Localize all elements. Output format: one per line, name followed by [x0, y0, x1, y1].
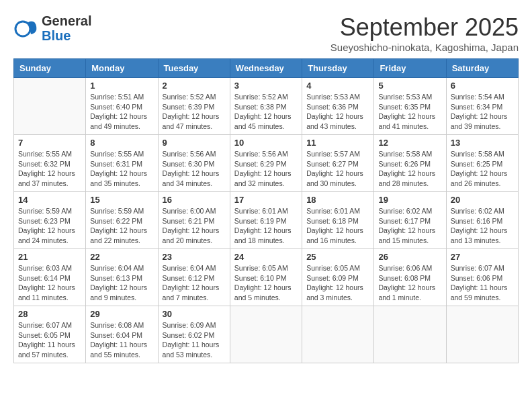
day-info: Sunrise: 6:05 AM Sunset: 6:10 PM Dayligh… — [234, 263, 298, 303]
calendar-cell: 27 Sunrise: 6:07 AM Sunset: 6:06 PM Dayl… — [446, 249, 518, 306]
day-number: 14 — [18, 195, 81, 205]
calendar-cell: 17 Sunrise: 6:01 AM Sunset: 6:19 PM Dayl… — [230, 192, 302, 249]
calendar-cell: 19 Sunrise: 6:02 AM Sunset: 6:17 PM Dayl… — [374, 192, 446, 249]
page-header: General Blue September 2025 Sueyoshicho-… — [13, 13, 519, 53]
calendar-table: SundayMondayTuesdayWednesdayThursdayFrid… — [13, 58, 519, 363]
month-title: September 2025 — [330, 13, 519, 42]
calendar-cell: 3 Sunrise: 5:52 AM Sunset: 6:38 PM Dayli… — [230, 78, 302, 135]
day-number: 19 — [378, 195, 441, 205]
calendar-cell: 20 Sunrise: 6:02 AM Sunset: 6:16 PM Dayl… — [446, 192, 518, 249]
calendar-cell: 14 Sunrise: 5:59 AM Sunset: 6:23 PM Dayl… — [14, 192, 86, 249]
day-number: 29 — [90, 309, 153, 319]
svg-point-0 — [15, 21, 30, 36]
weekday-header-row: SundayMondayTuesdayWednesdayThursdayFrid… — [14, 59, 519, 78]
day-info: Sunrise: 5:54 AM Sunset: 6:34 PM Dayligh… — [451, 92, 514, 132]
day-number: 7 — [18, 138, 81, 148]
calendar-cell: 10 Sunrise: 5:56 AM Sunset: 6:29 PM Dayl… — [230, 135, 302, 192]
day-number: 22 — [90, 252, 153, 262]
weekday-monday: Monday — [86, 59, 158, 78]
day-number: 20 — [451, 195, 514, 205]
day-number: 3 — [234, 81, 298, 91]
day-number: 15 — [90, 195, 153, 205]
day-number: 1 — [90, 81, 153, 91]
calendar-cell: 24 Sunrise: 6:05 AM Sunset: 6:10 PM Dayl… — [230, 249, 302, 306]
day-info: Sunrise: 5:52 AM Sunset: 6:38 PM Dayligh… — [234, 92, 298, 132]
calendar-cell: 11 Sunrise: 5:57 AM Sunset: 6:27 PM Dayl… — [302, 135, 374, 192]
weekday-thursday: Thursday — [302, 59, 374, 78]
weekday-friday: Friday — [374, 59, 446, 78]
logo-general: General — [42, 13, 91, 28]
calendar-cell: 9 Sunrise: 5:56 AM Sunset: 6:30 PM Dayli… — [158, 135, 230, 192]
calendar-cell: 26 Sunrise: 6:06 AM Sunset: 6:08 PM Dayl… — [374, 249, 446, 306]
day-number: 6 — [451, 81, 514, 91]
calendar-week-2: 7 Sunrise: 5:55 AM Sunset: 6:32 PM Dayli… — [14, 135, 519, 192]
calendar-cell: 18 Sunrise: 6:01 AM Sunset: 6:18 PM Dayl… — [302, 192, 374, 249]
day-number: 18 — [306, 195, 369, 205]
calendar-cell: 23 Sunrise: 6:04 AM Sunset: 6:12 PM Dayl… — [158, 249, 230, 306]
logo: General Blue — [13, 13, 91, 43]
day-info: Sunrise: 5:58 AM Sunset: 6:26 PM Dayligh… — [378, 149, 441, 189]
weekday-wednesday: Wednesday — [230, 59, 302, 78]
day-number: 27 — [451, 252, 514, 262]
day-info: Sunrise: 5:52 AM Sunset: 6:39 PM Dayligh… — [163, 92, 226, 132]
calendar-cell: 15 Sunrise: 5:59 AM Sunset: 6:22 PM Dayl… — [86, 192, 158, 249]
day-number: 26 — [378, 252, 441, 262]
day-info: Sunrise: 6:08 AM Sunset: 6:04 PM Dayligh… — [90, 320, 153, 360]
calendar-cell: 22 Sunrise: 6:04 AM Sunset: 6:13 PM Dayl… — [86, 249, 158, 306]
day-number: 17 — [234, 195, 298, 205]
calendar-cell: 5 Sunrise: 5:53 AM Sunset: 6:35 PM Dayli… — [374, 78, 446, 135]
weekday-sunday: Sunday — [14, 59, 86, 78]
day-number: 25 — [306, 252, 369, 262]
day-info: Sunrise: 6:01 AM Sunset: 6:19 PM Dayligh… — [234, 206, 298, 246]
calendar-cell: 30 Sunrise: 6:09 AM Sunset: 6:02 PM Dayl… — [158, 306, 230, 363]
calendar-cell — [374, 306, 446, 363]
day-number: 21 — [18, 252, 81, 262]
calendar-cell — [302, 306, 374, 363]
calendar-cell — [14, 78, 86, 135]
calendar-cell — [230, 306, 302, 363]
day-info: Sunrise: 5:53 AM Sunset: 6:36 PM Dayligh… — [306, 92, 369, 132]
day-info: Sunrise: 5:51 AM Sunset: 6:40 PM Dayligh… — [90, 92, 153, 132]
day-info: Sunrise: 6:04 AM Sunset: 6:13 PM Dayligh… — [90, 263, 153, 303]
day-info: Sunrise: 5:57 AM Sunset: 6:27 PM Dayligh… — [306, 149, 369, 189]
day-info: Sunrise: 6:07 AM Sunset: 6:06 PM Dayligh… — [451, 263, 514, 303]
day-info: Sunrise: 5:55 AM Sunset: 6:32 PM Dayligh… — [18, 149, 81, 189]
day-info: Sunrise: 6:02 AM Sunset: 6:16 PM Dayligh… — [451, 206, 514, 246]
day-info: Sunrise: 6:00 AM Sunset: 6:21 PM Dayligh… — [163, 206, 226, 246]
day-info: Sunrise: 5:55 AM Sunset: 6:31 PM Dayligh… — [90, 149, 153, 189]
day-number: 9 — [163, 138, 226, 148]
day-number: 28 — [18, 309, 81, 319]
day-number: 11 — [306, 138, 369, 148]
day-number: 16 — [163, 195, 226, 205]
calendar-week-5: 28 Sunrise: 6:07 AM Sunset: 6:05 PM Dayl… — [14, 306, 519, 363]
calendar-cell: 2 Sunrise: 5:52 AM Sunset: 6:39 PM Dayli… — [158, 78, 230, 135]
calendar-cell: 1 Sunrise: 5:51 AM Sunset: 6:40 PM Dayli… — [86, 78, 158, 135]
calendar-cell: 12 Sunrise: 5:58 AM Sunset: 6:26 PM Dayl… — [374, 135, 446, 192]
day-info: Sunrise: 6:06 AM Sunset: 6:08 PM Dayligh… — [378, 263, 441, 303]
day-info: Sunrise: 6:03 AM Sunset: 6:14 PM Dayligh… — [18, 263, 81, 303]
day-info: Sunrise: 6:09 AM Sunset: 6:02 PM Dayligh… — [163, 320, 226, 360]
day-info: Sunrise: 6:07 AM Sunset: 6:05 PM Dayligh… — [18, 320, 81, 360]
calendar-cell: 6 Sunrise: 5:54 AM Sunset: 6:34 PM Dayli… — [446, 78, 518, 135]
day-info: Sunrise: 6:04 AM Sunset: 6:12 PM Dayligh… — [163, 263, 226, 303]
day-number: 5 — [378, 81, 441, 91]
calendar-cell: 16 Sunrise: 6:00 AM Sunset: 6:21 PM Dayl… — [158, 192, 230, 249]
calendar-week-3: 14 Sunrise: 5:59 AM Sunset: 6:23 PM Dayl… — [14, 192, 519, 249]
day-number: 10 — [234, 138, 298, 148]
calendar-body: 1 Sunrise: 5:51 AM Sunset: 6:40 PM Dayli… — [14, 78, 519, 363]
day-number: 2 — [163, 81, 226, 91]
day-number: 8 — [90, 138, 153, 148]
day-number: 23 — [163, 252, 226, 262]
day-info: Sunrise: 6:01 AM Sunset: 6:18 PM Dayligh… — [306, 206, 369, 246]
calendar-cell: 25 Sunrise: 6:05 AM Sunset: 6:09 PM Dayl… — [302, 249, 374, 306]
location: Sueyoshicho-ninokata, Kagoshima, Japan — [330, 42, 519, 53]
title-block: September 2025 Sueyoshicho-ninokata, Kag… — [330, 13, 519, 53]
weekday-saturday: Saturday — [446, 59, 518, 78]
day-info: Sunrise: 6:02 AM Sunset: 6:17 PM Dayligh… — [378, 206, 441, 246]
weekday-tuesday: Tuesday — [158, 59, 230, 78]
day-info: Sunrise: 5:56 AM Sunset: 6:30 PM Dayligh… — [163, 149, 226, 189]
calendar-cell — [446, 306, 518, 363]
day-number: 24 — [234, 252, 298, 262]
logo-icon — [13, 15, 39, 41]
day-info: Sunrise: 5:53 AM Sunset: 6:35 PM Dayligh… — [378, 92, 441, 132]
